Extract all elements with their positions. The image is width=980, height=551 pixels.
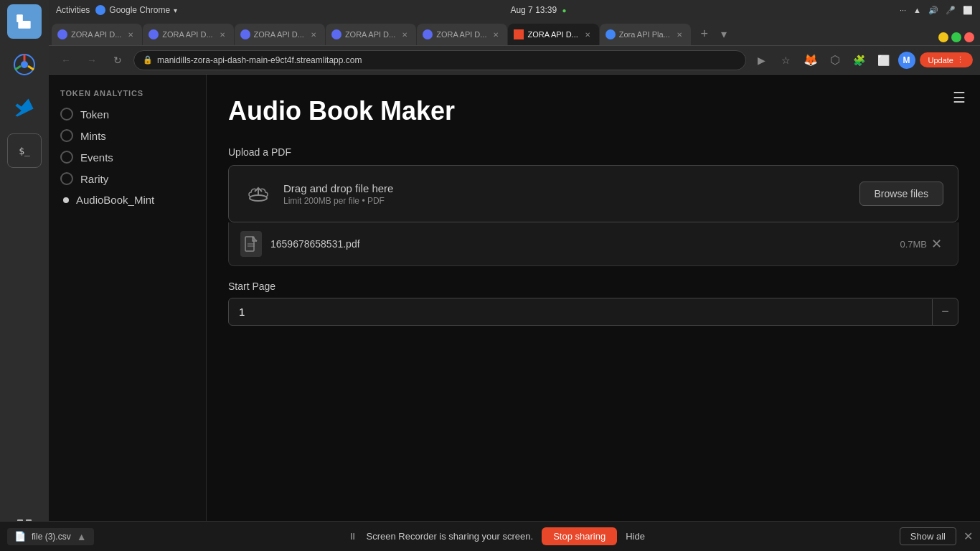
sidebar-item-events[interactable]: Events [60, 151, 194, 164]
address-input[interactable]: 🔒 manidills-zora-api-dash-main-e9ct4f.st… [133, 50, 746, 70]
sidebar-label-mints: Mints [80, 130, 106, 142]
sidebar-item-audiobook-mint[interactable]: AudioBook_Mint [60, 194, 194, 206]
reload-button[interactable]: ↻ [108, 50, 128, 70]
bullet-audiobook [63, 197, 69, 203]
close-notification-icon[interactable]: ✕ [963, 529, 973, 543]
notification-bar: ⏸ Screen Recorder is sharing your screen… [101, 527, 892, 545]
taskbar-files-icon[interactable] [7, 4, 42, 39]
tab-close-2[interactable]: ✕ [217, 29, 228, 40]
limit-text: Limit 200MB per file • PDF [283, 196, 393, 206]
os-datetime: Aug 7 13:39 ● [510, 5, 566, 15]
file-chip[interactable]: 📄 file (3).csv ▲ [7, 528, 94, 545]
new-tab-button[interactable]: + [694, 24, 715, 44]
update-label: Update [928, 56, 953, 65]
tab-close-4[interactable]: ✕ [399, 29, 410, 40]
wifi-icon: ▲ [913, 6, 921, 14]
update-button[interactable]: Update ⋮ [920, 52, 973, 67]
tab-4[interactable]: ZORA API D... ✕ [326, 24, 416, 45]
sidebar-label-rarity: Rarity [80, 173, 108, 185]
radio-token[interactable] [60, 108, 73, 121]
chrome-app-label: Google Chrome ▾ [95, 5, 177, 15]
taskbar-vscode-icon[interactable] [7, 90, 42, 125]
tab-close-6[interactable]: ✕ [582, 29, 593, 40]
sidebar-label-audiobook: AudioBook_Mint [76, 194, 154, 206]
tab-title-2: ZORA API D... [162, 30, 212, 39]
browser-window: ZORA API D... ✕ ZORA API D... ✕ ZORA API… [49, 20, 980, 551]
file-remove-button[interactable]: ✕ [927, 235, 946, 253]
tab-close-3[interactable]: ✕ [308, 29, 319, 40]
file-doc-icon [240, 231, 262, 257]
browse-files-button[interactable]: Browse files [859, 182, 943, 206]
maximize-button[interactable] [951, 32, 961, 42]
minimize-button[interactable] [938, 32, 948, 42]
hide-button[interactable]: Hide [626, 531, 645, 542]
show-all-button[interactable]: Show all [900, 527, 956, 545]
start-page-label: Start Page [228, 281, 958, 292]
sidebar-label-events: Events [80, 151, 113, 164]
address-bar: ← → ↻ 🔒 manidills-zora-api-dash-main-e9c… [49, 46, 980, 75]
start-page-input-row: − [228, 298, 958, 326]
radio-events[interactable] [60, 151, 73, 164]
file-name: 1659678658531.pdf [270, 238, 894, 250]
tab-title-5: ZORA API D... [436, 30, 486, 39]
sidebar-item-token[interactable]: Token [60, 108, 194, 121]
profile-avatar[interactable]: M [898, 52, 915, 69]
tab-close-1[interactable]: ✕ [125, 29, 136, 40]
tab-3[interactable]: ZORA API D... ✕ [235, 24, 325, 45]
tab-close-5[interactable]: ✕ [490, 29, 501, 40]
tab-favicon-7 [606, 29, 616, 39]
cast-button[interactable]: ▶ [752, 50, 772, 70]
file-chip-expand-icon[interactable]: ▲ [77, 531, 87, 542]
sidebar-section-title: TOKEN ANALYTICS [60, 89, 194, 98]
address-actions: ▶ ☆ 🦊 ⬡ 🧩 ⬜ M Update ⋮ [752, 50, 973, 70]
taskbar-terminal-icon[interactable]: $_ [7, 133, 42, 168]
tab-favicon-5 [423, 29, 433, 39]
main-area: ☰ Audio Book Maker Upload a PDF [207, 75, 980, 551]
main-content: ☰ Audio Book Maker Upload a PDF [207, 75, 980, 347]
tab-2[interactable]: ZORA API D... ✕ [143, 24, 233, 45]
radio-mints[interactable] [60, 129, 73, 142]
activities-label[interactable]: Activities [56, 5, 90, 15]
extension-icon[interactable]: 🧩 [849, 50, 870, 70]
stop-sharing-button[interactable]: Stop sharing [542, 527, 617, 545]
tab-bar: ZORA API D... ✕ ZORA API D... ✕ ZORA API… [49, 20, 980, 46]
radio-rarity[interactable] [60, 172, 73, 185]
pocket-icon[interactable]: ⬡ [825, 50, 845, 70]
hamburger-icon[interactable]: ☰ [953, 89, 966, 106]
back-button[interactable]: ← [56, 50, 76, 70]
tab-close-7[interactable]: ✕ [674, 29, 685, 40]
os-top-left: Activities Google Chrome ▾ [56, 5, 177, 15]
dropzone[interactable]: Drag and drop file here Limit 200MB per … [228, 165, 958, 222]
start-page-input[interactable] [229, 298, 932, 325]
bookmark-button[interactable]: ☆ [776, 50, 796, 70]
bottom-bar: 📄 file (3).csv ▲ ⏸ Screen Recorder is sh… [0, 521, 980, 551]
tab-title-3: ZORA API D... [254, 30, 304, 39]
tab-7[interactable]: Zora API Pla... ✕ [600, 24, 691, 45]
taskbar-chrome-icon[interactable] [7, 47, 42, 82]
svg-marker-7 [15, 98, 33, 116]
tab-favicon-3 [240, 29, 250, 39]
tab-overflow-button[interactable]: ▾ [715, 25, 732, 42]
upload-label: Upload a PDF [228, 146, 958, 158]
forward-button[interactable]: → [82, 50, 102, 70]
decrement-button[interactable]: − [932, 299, 958, 325]
tab-favicon-2 [149, 29, 159, 39]
address-text: manidills-zora-api-dash-main-e9ct4f.stre… [157, 55, 737, 65]
page-title: Audio Book Maker [228, 96, 958, 126]
dropzone-text: Drag and drop file here Limit 200MB per … [283, 182, 393, 206]
volume-icon: 🔊 [928, 6, 938, 15]
tab-5[interactable]: ZORA API D... ✕ [417, 24, 507, 45]
svg-rect-1 [18, 21, 30, 29]
tab-favicon-1 [57, 29, 67, 39]
sidebar-item-mints[interactable]: Mints [60, 129, 194, 142]
sidebar-toggle[interactable]: ⬜ [874, 50, 894, 70]
tab-1[interactable]: ZORA API D... ✕ [52, 24, 142, 45]
tab-favicon-4 [331, 29, 341, 39]
tab-6[interactable]: ZORA API D... ✕ [508, 24, 598, 45]
sidebar-item-rarity[interactable]: Rarity [60, 172, 194, 185]
svg-line-5 [28, 66, 34, 70]
sidebar: TOKEN ANALYTICS Token Mints Events Rarit… [49, 75, 207, 551]
close-button[interactable] [964, 32, 974, 42]
tab-title-4: ZORA API D... [345, 30, 395, 39]
fox-icon[interactable]: 🦊 [801, 50, 821, 70]
